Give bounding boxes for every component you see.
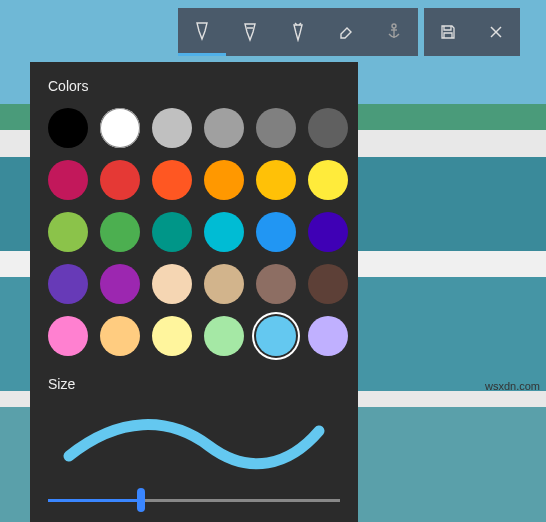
drawing-toolbar <box>178 8 520 56</box>
color-swatch[interactable] <box>48 264 88 304</box>
color-swatch[interactable] <box>256 316 296 356</box>
color-swatch[interactable] <box>256 212 296 252</box>
color-swatch[interactable] <box>48 160 88 200</box>
color-swatch[interactable] <box>204 160 244 200</box>
eraser-icon <box>337 22 355 42</box>
ballpoint-pen-tool[interactable] <box>178 8 226 56</box>
size-label: Size <box>48 376 340 392</box>
color-swatch[interactable] <box>308 212 348 252</box>
color-grid <box>48 108 340 356</box>
svg-point-2 <box>392 24 396 28</box>
color-swatch[interactable] <box>256 108 296 148</box>
color-swatch[interactable] <box>48 212 88 252</box>
color-swatch[interactable] <box>256 160 296 200</box>
color-swatch[interactable] <box>48 108 88 148</box>
slider-track-empty <box>141 499 340 502</box>
pen-settings-panel: Colors Size <box>30 62 358 522</box>
eraser-tool[interactable] <box>322 8 370 56</box>
save-button[interactable] <box>424 8 472 56</box>
color-swatch[interactable] <box>204 212 244 252</box>
color-swatch[interactable] <box>100 316 140 356</box>
highlighter-icon <box>289 22 307 42</box>
slider-track-filled <box>48 499 141 502</box>
color-swatch[interactable] <box>100 212 140 252</box>
color-swatch[interactable] <box>152 108 192 148</box>
size-slider[interactable] <box>48 490 340 510</box>
color-swatch[interactable] <box>152 264 192 304</box>
highlighter-tool[interactable] <box>274 8 322 56</box>
color-swatch[interactable] <box>308 264 348 304</box>
color-swatch[interactable] <box>308 108 348 148</box>
anchor-icon <box>385 22 403 42</box>
color-swatch[interactable] <box>204 108 244 148</box>
close-icon <box>487 22 505 42</box>
color-swatch[interactable] <box>152 160 192 200</box>
pencil-icon <box>241 22 259 42</box>
color-swatch[interactable] <box>256 264 296 304</box>
color-swatch[interactable] <box>308 316 348 356</box>
color-swatch[interactable] <box>308 160 348 200</box>
color-swatch[interactable] <box>204 264 244 304</box>
tool-group <box>178 8 418 56</box>
save-icon <box>439 22 457 42</box>
anchor-tool[interactable] <box>370 8 418 56</box>
colors-label: Colors <box>48 78 340 94</box>
color-swatch[interactable] <box>48 316 88 356</box>
color-swatch[interactable] <box>204 316 244 356</box>
watermark-text: wsxdn.com <box>485 380 540 392</box>
action-group <box>424 8 520 56</box>
color-swatch[interactable] <box>152 212 192 252</box>
slider-thumb[interactable] <box>137 488 145 512</box>
color-swatch[interactable] <box>152 316 192 356</box>
pencil-tool[interactable] <box>226 8 274 56</box>
close-button[interactable] <box>472 8 520 56</box>
color-swatch[interactable] <box>100 264 140 304</box>
color-swatch[interactable] <box>100 160 140 200</box>
size-preview-stroke <box>48 406 340 476</box>
pen-icon <box>193 21 211 41</box>
color-swatch[interactable] <box>100 108 140 148</box>
